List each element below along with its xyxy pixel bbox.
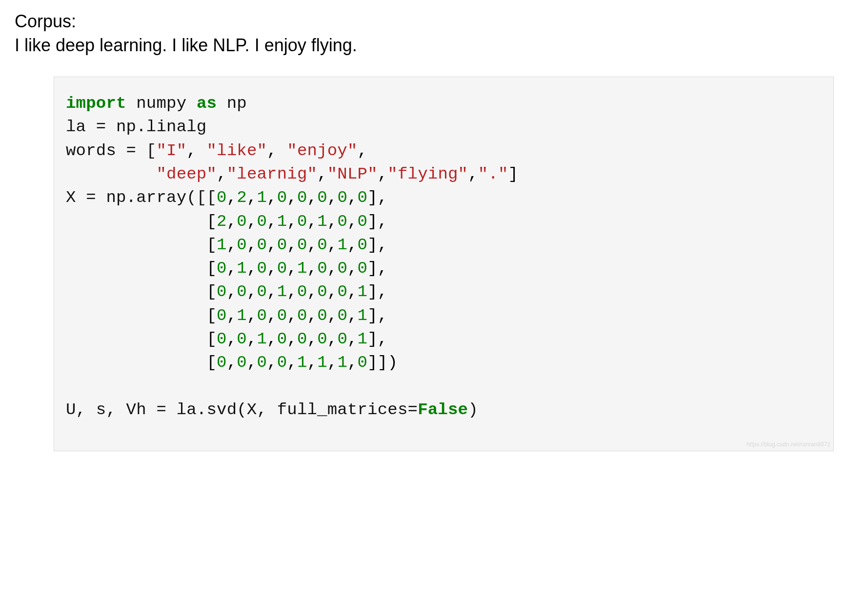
n: 0 xyxy=(277,236,287,254)
n: 0 xyxy=(237,236,247,254)
c: , xyxy=(227,330,237,348)
c: , xyxy=(227,259,237,278)
row-indent: [ xyxy=(66,282,217,301)
assign-la: la = np.linalg xyxy=(66,118,206,136)
n: 0 xyxy=(257,282,267,301)
c: , xyxy=(247,306,257,325)
module-numpy: numpy xyxy=(136,94,186,113)
n: 0 xyxy=(337,282,347,301)
n: 0 xyxy=(317,188,327,207)
corpus-text: I like deep learning. I like NLP. I enjo… xyxy=(15,34,853,58)
n: 0 xyxy=(277,188,287,207)
n: 1 xyxy=(237,306,247,325)
n: 0 xyxy=(337,306,347,325)
c: , xyxy=(287,212,297,231)
c: , xyxy=(247,188,257,207)
c: , xyxy=(287,282,297,301)
c: , xyxy=(327,236,338,254)
c: , xyxy=(307,306,318,325)
comma: , xyxy=(358,141,368,160)
c: , xyxy=(247,236,257,254)
n: 1 xyxy=(217,236,227,254)
c: , xyxy=(347,353,358,372)
row-indent: [ xyxy=(66,330,217,348)
row-close: ], xyxy=(367,188,387,207)
c: , xyxy=(227,282,237,301)
n: 1 xyxy=(257,330,267,348)
n: 1 xyxy=(317,353,327,372)
n: 1 xyxy=(297,353,307,372)
comma: , xyxy=(267,141,287,160)
svd-prefix: U, s, Vh = la.svd(X, full_matrices= xyxy=(66,401,418,419)
c: , xyxy=(347,236,358,254)
str-dot: "." xyxy=(478,165,508,183)
str-flying: "flying" xyxy=(387,165,468,183)
n: 0 xyxy=(317,330,327,348)
c: , xyxy=(287,353,297,372)
n: 1 xyxy=(297,259,307,278)
c: , xyxy=(287,259,297,278)
n: 0 xyxy=(337,188,347,207)
n: 0 xyxy=(217,353,227,372)
n: 0 xyxy=(297,236,307,254)
n: 0 xyxy=(277,330,287,348)
n: 0 xyxy=(217,259,227,278)
n: 0 xyxy=(317,259,327,278)
n: 1 xyxy=(337,236,347,254)
c: , xyxy=(267,306,277,325)
row-indent: [ xyxy=(66,259,217,278)
c: , xyxy=(267,188,277,207)
c: , xyxy=(267,353,277,372)
n: 1 xyxy=(337,353,347,372)
close-bracket: ] xyxy=(508,165,519,183)
n: 0 xyxy=(317,236,327,254)
n: 0 xyxy=(237,330,247,348)
header-block: Corpus: I like deep learning. I like NLP… xyxy=(15,10,853,57)
str-enjoy: "enjoy" xyxy=(287,141,357,160)
n: 0 xyxy=(358,188,368,207)
c: , xyxy=(327,188,338,207)
alias-np: np xyxy=(227,94,247,113)
c: , xyxy=(307,259,318,278)
n: 1 xyxy=(358,306,368,325)
n: 0 xyxy=(358,259,368,278)
n: 0 xyxy=(358,212,368,231)
c: , xyxy=(267,282,277,301)
c: , xyxy=(307,353,318,372)
comma: , xyxy=(186,141,206,160)
n: 0 xyxy=(257,236,267,254)
n: 1 xyxy=(237,259,247,278)
c: , xyxy=(247,282,257,301)
c: , xyxy=(347,306,358,325)
n: 0 xyxy=(257,306,267,325)
c: , xyxy=(227,236,237,254)
comma: , xyxy=(317,165,327,183)
comma: , xyxy=(217,165,227,183)
indent xyxy=(66,165,156,183)
c: , xyxy=(227,188,237,207)
c: , xyxy=(327,282,338,301)
n: 0 xyxy=(297,330,307,348)
c: , xyxy=(327,212,338,231)
c: , xyxy=(267,330,277,348)
n: 1 xyxy=(358,282,368,301)
c: , xyxy=(267,259,277,278)
bool-false: False xyxy=(418,401,468,419)
comma: , xyxy=(378,165,388,183)
row-close: ], xyxy=(367,259,387,278)
n: 1 xyxy=(358,330,368,348)
watermark: https://blog.csdn.net/ranran8972 xyxy=(747,441,830,449)
n: 0 xyxy=(337,212,347,231)
c: , xyxy=(347,330,358,348)
row-indent: [ xyxy=(66,306,217,325)
n: 0 xyxy=(277,259,287,278)
n: 0 xyxy=(317,282,327,301)
c: , xyxy=(267,236,277,254)
n: 0 xyxy=(297,212,307,231)
str-deep: "deep" xyxy=(156,165,217,183)
n: 0 xyxy=(297,188,307,207)
n: 0 xyxy=(277,353,287,372)
c: , xyxy=(287,188,297,207)
code-block: import numpy as np la = np.linalg words … xyxy=(54,77,834,451)
c: , xyxy=(307,212,318,231)
